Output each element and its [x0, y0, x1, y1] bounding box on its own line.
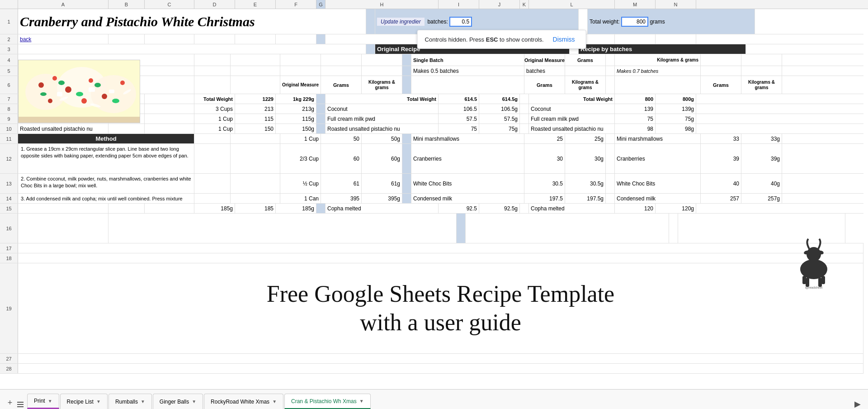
- row-28: 28: [0, 364, 863, 374]
- cell-G14: [402, 194, 411, 203]
- cell-E10: 150: [235, 124, 276, 133]
- cell-E15: 185: [235, 204, 276, 213]
- svg-point-4: [91, 75, 136, 113]
- row-num-18: 18: [0, 253, 18, 263]
- cell-I11: 25: [524, 134, 565, 143]
- cell-J14: 197.5g: [565, 194, 606, 203]
- weight-input[interactable]: [621, 17, 648, 27]
- cell-E4: [321, 54, 362, 66]
- tab-cran-pistachio[interactable]: Cran & Pistachio Wh Xmas ▼: [284, 394, 371, 409]
- cell-G8: [316, 104, 326, 114]
- cell-L4: Kilograms & grams: [615, 54, 701, 66]
- svg-text:spreadsheet: spreadsheet: [805, 286, 823, 290]
- row-num-12: 12: [0, 144, 18, 173]
- cell-F5: [362, 66, 402, 76]
- method-step1: 1. Grease a 19cm x 29cm rectangular slic…: [18, 144, 194, 173]
- tab-recipe-list[interactable]: Recipe List ▼: [60, 394, 108, 409]
- row-num-5: 5: [0, 66, 18, 76]
- col-header-M: M: [615, 0, 656, 9]
- promo-line1: Free Google Sheets Recipe Template: [267, 280, 614, 308]
- cell-F10: 150g: [276, 124, 316, 133]
- cell-D7-tw-label: Total Weight: [194, 94, 235, 104]
- cell-I14: 197.5: [524, 194, 565, 203]
- cell-C10: [145, 124, 194, 133]
- cell-A2: back: [18, 34, 108, 44]
- update-ingredients-btn[interactable]: Update ingredier: [377, 18, 425, 26]
- svg-point-11: [48, 99, 52, 103]
- cell-C14: [231, 194, 280, 203]
- row-num-4: 4: [0, 54, 18, 66]
- cell-K6: [606, 76, 615, 94]
- cell-H15: Copha melted: [326, 204, 439, 213]
- cell-G9: [316, 114, 326, 124]
- cell-F14: 395g: [362, 194, 402, 203]
- cell-H9: Full cream milk pwd: [326, 114, 439, 124]
- row-promo: 19 Free Google Sheets Recipe Template wi…: [0, 263, 863, 354]
- cell-J9: 57.5g: [479, 114, 520, 124]
- cell-H6: [411, 76, 524, 94]
- add-sheet-button[interactable]: +: [4, 396, 16, 409]
- cell-N9: 75g: [656, 114, 696, 124]
- cell-L9: Full cream milk pwd: [529, 114, 615, 124]
- cell-B15: [108, 204, 145, 213]
- cell-C2: [145, 34, 194, 44]
- row-14-condensed: 14 3. Add condensed milk and copha; mix …: [0, 194, 863, 204]
- cell-E8: 213: [235, 104, 276, 114]
- svg-rect-24: [19, 117, 140, 123]
- cell-M6-grams-weight: Grams: [701, 76, 741, 94]
- tab-rockyroad[interactable]: RockyRoad White Xmas ▼: [204, 394, 283, 409]
- tab-print[interactable]: Print ▼: [27, 394, 59, 409]
- cell-A18: [18, 253, 863, 263]
- cell-C7: [145, 94, 194, 104]
- row-11-marshmallows: 11 Method 1 Cup 50 50g Mini marshmallows…: [0, 134, 863, 144]
- dismiss-button[interactable]: Dismiss: [549, 34, 579, 45]
- cell-A3: [18, 44, 366, 54]
- cell-C13: [231, 174, 280, 193]
- cell-H8: Coconut: [326, 104, 439, 114]
- recipe-by-batches-header: Recipe by batches: [579, 44, 746, 54]
- sheets-menu-button[interactable]: [16, 400, 25, 409]
- tab-cran-label: Cran & Pistachio Wh Xmas: [291, 398, 357, 404]
- cell-K4: [606, 54, 615, 66]
- col-header-J: J: [479, 0, 520, 9]
- row-num-6: 6: [0, 76, 18, 94]
- row-num-27: 27: [0, 354, 18, 363]
- cell-D8: 3 Cups: [194, 104, 235, 114]
- cell-C4: [231, 54, 280, 66]
- cell-E11: 50: [321, 134, 362, 143]
- row-17: 17: [0, 243, 863, 253]
- cell-I9: 57.5: [439, 114, 479, 124]
- cell-I15: 92.5: [439, 204, 479, 213]
- row-num-19: 19: [0, 263, 18, 353]
- cell-I6-grams-batches: Grams: [524, 76, 565, 94]
- cell-M15: 120: [615, 204, 656, 213]
- cell-M9: 75: [615, 114, 656, 124]
- svg-point-13: [58, 81, 65, 85]
- tab-ginger-balls[interactable]: Ginger Balls ▼: [153, 394, 203, 409]
- total-weight-label: Total weight:: [590, 19, 620, 25]
- cell-M13: 40: [701, 174, 741, 193]
- cell-K12: [606, 144, 615, 173]
- tab-rumballs[interactable]: Rumballs ▼: [108, 394, 152, 409]
- cell-H16: [466, 214, 669, 243]
- col-header-N: N: [656, 0, 696, 9]
- back-link[interactable]: back: [20, 36, 31, 43]
- cell-L10: Roasted unsalted pistachio nu: [529, 124, 615, 133]
- cell-M8: 139: [615, 104, 656, 114]
- svg-point-6: [52, 76, 57, 81]
- cell-G7: [316, 94, 326, 104]
- cell-N12: 39g: [741, 144, 782, 173]
- cell-B13: [194, 174, 231, 193]
- scroll-right-icon[interactable]: ▶: [851, 399, 864, 409]
- cell-L12: Cranberries: [615, 144, 701, 173]
- col-header-D: D: [194, 0, 235, 9]
- cell-E12: 60: [321, 144, 362, 173]
- cell-M2: [615, 34, 656, 44]
- row-18: 18: [0, 253, 863, 263]
- col-header-F: F: [276, 0, 316, 9]
- cell-B10: [108, 124, 145, 133]
- batches-input[interactable]: [449, 17, 472, 27]
- cell-A17: [18, 243, 863, 253]
- cell-D11: 1 Cup: [280, 134, 321, 143]
- cell-H12: Cranberries: [411, 144, 524, 173]
